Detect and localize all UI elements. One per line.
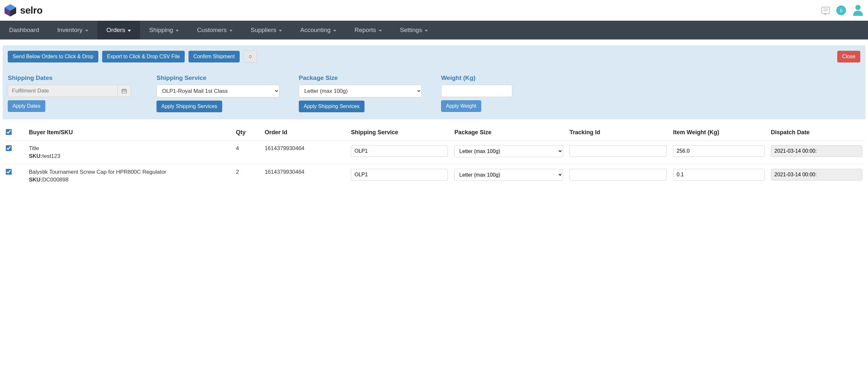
filter-label-dates: Shipping Dates [8,74,144,82]
cell-order-id: 1614379930464 [261,164,348,188]
orders-table: Buyer Item/SKU Qty Order Id Shipping Ser… [3,125,865,188]
chevron-down-icon [85,30,88,32]
filter-label-service: Shipping Service [157,74,286,82]
chevron-down-icon [333,30,336,32]
brand-logo[interactable]: selro [3,3,42,18]
nav-label: Orders [106,27,125,34]
table-header-row: Buyer Item/SKU Qty Order Id Shipping Ser… [3,125,865,141]
apply-package-button[interactable]: Apply Shipping Services [299,101,365,112]
header-tracking: Tracking Id [566,125,670,141]
brand-name: selro [20,5,42,16]
toolbar: Send Below Orders to Click & Drop Export… [8,51,860,63]
row-package-select[interactable]: Letter (max 100g) [454,169,563,181]
main-nav: DashboardInventoryOrdersShippingCustomer… [0,21,868,39]
nav-item-orders[interactable]: Orders [97,21,140,39]
cell-order-id: 1614379930464 [261,141,348,164]
cell-qty: 4 [232,141,261,164]
nav-item-suppliers[interactable]: Suppliers [242,21,291,39]
cell-qty: 2 [232,164,261,188]
header-right: 0 [822,5,864,16]
header-weight: Item Weight (Kg) [670,125,768,141]
row-service-input[interactable] [351,145,448,157]
item-title: Balystik Tournament Screw Cap for HPR800… [29,169,229,175]
filter-weight: Weight (Kg) Apply Weight [441,74,860,112]
confirm-shipment-button[interactable]: Confirm Shipment [189,51,240,62]
chevron-down-icon [379,30,382,32]
header-qty: Qty [232,125,261,141]
top-header: selro 0 [0,0,868,21]
apply-weight-button[interactable]: Apply Weight [441,100,481,112]
calendar-addon[interactable] [118,85,131,97]
row-checkbox[interactable] [6,145,12,151]
row-package-select[interactable]: Letter (max 100g) [454,145,563,157]
row-dispatch-input[interactable] [771,169,862,181]
notification-badge[interactable]: 0 [836,5,846,15]
nav-item-inventory[interactable]: Inventory [48,21,97,39]
header-item: Buyer Item/SKU [26,125,232,141]
nav-label: Suppliers [251,27,276,34]
package-size-select[interactable]: Letter (max 100g) [299,85,422,97]
row-weight-input[interactable] [673,145,764,157]
close-button[interactable]: Close [837,51,860,62]
shipping-service-select[interactable]: OLP1-Royal Mail 1st Class [157,85,279,97]
nav-item-settings[interactable]: Settings [391,21,437,39]
refresh-icon [248,54,252,60]
nav-item-shipping[interactable]: Shipping [140,21,188,39]
filter-row: Shipping Dates Apply Dates Shipping Serv… [8,74,860,112]
svg-rect-8 [124,91,125,92]
header-service: Shipping Service [348,125,451,141]
header-order: Order Id [261,125,348,141]
user-avatar-icon[interactable] [852,5,864,16]
item-title: Title [29,145,229,152]
item-sku: SKU:test123 [29,153,229,159]
select-all-checkbox[interactable] [6,129,12,135]
action-panel: Send Below Orders to Click & Drop Export… [3,45,865,119]
chevron-down-icon [425,30,428,32]
nav-label: Reports [354,27,376,34]
nav-item-accounting[interactable]: Accounting [291,21,345,39]
nav-label: Settings [400,27,422,34]
row-weight-input[interactable] [673,169,764,181]
filter-label-package: Package Size [299,74,428,82]
weight-input[interactable] [441,85,512,97]
nav-label: Inventory [57,27,83,34]
nav-item-reports[interactable]: Reports [345,21,391,39]
chevron-down-icon [176,30,179,32]
header-package: Package Size [451,125,566,141]
row-service-input[interactable] [351,169,448,181]
send-orders-button[interactable]: Send Below Orders to Click & Drop [8,51,98,62]
apply-service-button[interactable]: Apply Shipping Services [157,101,222,112]
item-sku: SKU:DC000898 [29,177,229,183]
nav-label: Shipping [149,27,173,34]
row-checkbox[interactable] [6,169,12,175]
svg-rect-7 [123,91,123,92]
nav-label: Customers [197,27,227,34]
table-row: Balystik Tournament Screw Cap for HPR800… [3,164,865,188]
refresh-button[interactable] [244,51,257,63]
filter-shipping-service: Shipping Service OLP1-Royal Mail 1st Cla… [157,74,286,112]
nav-label: Dashboard [9,27,39,34]
filter-label-weight: Weight (Kg) [441,74,860,82]
row-tracking-input[interactable] [569,169,666,181]
nav-label: Accounting [300,27,331,34]
chevron-down-icon [128,30,131,32]
nav-item-dashboard[interactable]: Dashboard [0,21,48,39]
row-tracking-input[interactable] [569,145,666,157]
calendar-icon [122,88,127,93]
filter-package-size: Package Size Letter (max 100g) Apply Shi… [299,74,428,112]
chevron-down-icon [279,30,282,32]
fulfilment-date-input[interactable] [8,85,118,97]
filter-shipping-dates: Shipping Dates Apply Dates [8,74,144,112]
export-csv-button[interactable]: Export to Click & Drop CSV File [102,51,185,62]
chevron-down-icon [229,30,232,32]
svg-rect-9 [125,91,126,92]
table-row: TitleSKU:test12341614379930464Letter (ma… [3,141,865,164]
apply-dates-button[interactable]: Apply Dates [8,100,45,112]
cube-icon [3,3,18,18]
row-dispatch-input[interactable] [771,145,862,157]
header-dispatch: Dispatch Date [768,125,865,141]
messages-icon[interactable] [822,7,830,14]
nav-item-customers[interactable]: Customers [188,21,242,39]
